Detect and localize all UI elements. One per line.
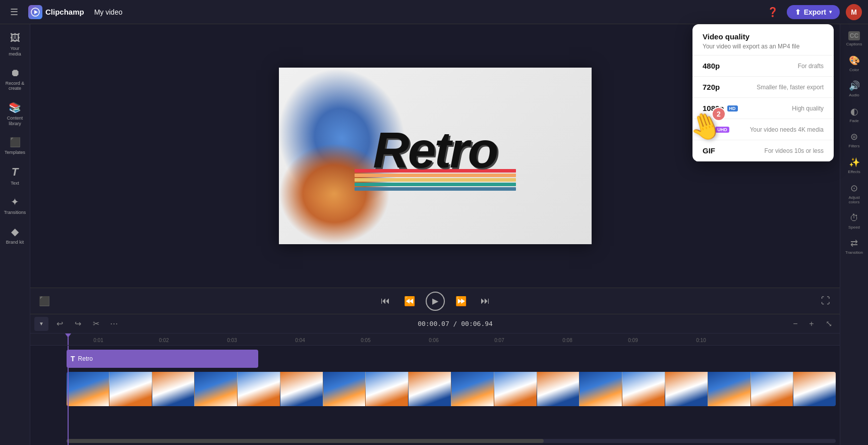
right-sidebar-item-adjust-colors[interactable]: ⊙ Adjust colors (842, 180, 866, 208)
go-to-start-button[interactable]: ⏮ (377, 293, 393, 309)
timeline-scrollbar-thumb[interactable] (67, 439, 544, 443)
quality-desc-480p: For drafts (798, 63, 824, 70)
timeline-tracks: T Retro (30, 346, 840, 445)
user-avatar[interactable]: M (846, 4, 862, 20)
ruler-mark-004: 0:04 (295, 338, 305, 343)
right-sidebar-item-transition[interactable]: ⇄ Transition (842, 235, 866, 258)
quality-desc-1080p: High quality (792, 105, 824, 112)
help-button[interactable]: ❓ (765, 4, 781, 20)
fit-to-screen-button[interactable]: ⤡ (822, 317, 836, 331)
zoom-out-button[interactable]: − (789, 318, 801, 330)
time-sep: / (453, 320, 457, 327)
adjust-colors-icon: ⊙ (850, 183, 858, 194)
sidebar-label-transitions: Transitions (4, 210, 26, 215)
video-thumb-3 (152, 372, 195, 406)
right-sidebar-item-fade[interactable]: ◐ Fade (842, 103, 866, 127)
brand-icon: ◆ (11, 226, 19, 238)
sidebar-item-record-create[interactable]: ⏺ Record & create (2, 63, 28, 96)
ruler-mark-008: 0:08 (562, 338, 572, 343)
right-sidebar-item-filters[interactable]: ⊜ Filters (842, 128, 866, 152)
right-sidebar-label-transition: Transition (845, 250, 863, 255)
play-button[interactable]: ▶ (426, 292, 445, 311)
sidebar-item-your-media[interactable]: 🖼 Your media (2, 28, 28, 61)
quality-option-480p[interactable]: 480p For drafts (692, 55, 834, 77)
text-icon: T (12, 165, 18, 179)
quality-option-gif[interactable]: GIF For videos 10s or less (692, 140, 834, 161)
quality-label-4k: 4K (703, 125, 712, 134)
speed-icon: ⏱ (850, 213, 859, 224)
right-sidebar-item-color[interactable]: 🎨 Color (842, 52, 866, 76)
sidebar-item-content-library[interactable]: 📚 Content library (2, 97, 28, 131)
video-thumb-4 (194, 372, 237, 406)
your-media-icon: 🖼 (10, 32, 20, 44)
video-canvas: Retro (279, 68, 592, 244)
caption-toggle-button[interactable]: ⬛ (36, 293, 52, 309)
forward-button[interactable]: ⏩ (453, 293, 469, 309)
playhead-line (68, 346, 69, 445)
sidebar-item-templates[interactable]: ⬛ Templates (2, 133, 28, 159)
more-options-button[interactable]: ⋯ (107, 317, 121, 331)
sidebar-label-your-media: Your media (4, 46, 26, 57)
right-sidebar-label-filters: Filters (849, 144, 860, 149)
redo-button[interactable]: ↪ (71, 317, 85, 331)
right-sidebar-item-audio[interactable]: 🔊 Audio (842, 77, 866, 101)
quality-label-720p: 720p (703, 83, 720, 91)
playhead-triangle (65, 333, 71, 338)
expand-collapse-button[interactable]: ▼ (34, 317, 48, 331)
quality-option-1080p[interactable]: 1080p HD High quality (692, 98, 834, 119)
video-title-input[interactable]: My video (90, 6, 127, 18)
quality-option-720p[interactable]: 720p Smaller file, faster export (692, 77, 834, 98)
timeline-scrollbar[interactable] (67, 439, 836, 443)
video-thumb-17 (750, 372, 793, 406)
quality-desc-4k: Your video needs 4K media (750, 126, 824, 133)
export-icon: ⬆ (795, 8, 801, 16)
sidebar-item-text[interactable]: T Text (2, 161, 28, 190)
cut-button[interactable]: ✂ (89, 317, 103, 331)
right-sidebar-label-captions: Captions (846, 42, 862, 47)
sidebar-item-transitions[interactable]: ✦ Transitions (2, 192, 28, 219)
right-sidebar-label-effects: Effects (848, 170, 860, 175)
go-to-end-button[interactable]: ⏭ (477, 293, 493, 309)
right-sidebar-item-speed[interactable]: ⏱ Speed (842, 210, 866, 233)
text-track-label: Retro (78, 355, 93, 362)
video-thumb-8 (365, 372, 408, 406)
text-track-icon: T (71, 355, 75, 363)
video-thumb-7 (323, 372, 366, 406)
audio-icon: 🔊 (849, 80, 860, 91)
video-thumb-6 (280, 372, 323, 406)
right-sidebar-item-effects[interactable]: ✨ Effects (842, 154, 866, 178)
timeline-ruler: 0:01 0:02 0:03 0:04 0:05 0:06 0:07 0:08 … (30, 333, 840, 346)
sidebar-item-brand[interactable]: ◆ Brand kit (2, 221, 28, 249)
zoom-in-button[interactable]: + (805, 318, 818, 330)
transition-icon: ⇄ (850, 238, 858, 249)
ruler-mark-003: 0:03 (227, 338, 237, 343)
dropdown-subtitle: Your video will export as an MP4 file (703, 43, 824, 50)
export-button[interactable]: ⬆ Export ▾ (787, 5, 840, 19)
retro-title-text: Retro (373, 122, 497, 178)
topbar: ☰ Clipchamp My video ❓ ⬆ Export ▾ M (0, 0, 868, 24)
app-logo: Clipchamp (28, 5, 84, 19)
video-thumb-11 (494, 372, 537, 406)
right-sidebar-label-color: Color (849, 68, 859, 73)
video-thumb-10 (451, 372, 494, 406)
ruler-mark-006: 0:06 (429, 338, 438, 343)
svg-marker-1 (34, 10, 38, 14)
ruler-mark-007: 0:07 (494, 338, 504, 343)
video-background: Retro (279, 68, 592, 244)
right-sidebar-item-captions[interactable]: CC Captions (842, 28, 866, 50)
hamburger-menu-button[interactable]: ☰ (6, 4, 22, 20)
undo-button[interactable]: ↩ (52, 317, 67, 331)
quality-option-4k[interactable]: 4K UHD Your video needs 4K media (692, 119, 834, 140)
rewind-button[interactable]: ⏪ (401, 293, 418, 309)
content-library-icon: 📚 (9, 101, 21, 114)
playhead-top (68, 333, 69, 345)
fullscreen-button[interactable]: ⛶ (818, 293, 834, 309)
time-display: 00:00.07 / 00:06.94 (418, 320, 493, 327)
quality-label-480p: 480p (703, 62, 720, 70)
video-thumb-15 (665, 372, 708, 406)
video-thumb-2 (109, 372, 152, 406)
video-thumb-12 (537, 372, 580, 406)
text-track[interactable]: T Retro (67, 350, 258, 368)
video-track[interactable] (67, 372, 836, 406)
fade-icon: ◐ (850, 106, 858, 117)
